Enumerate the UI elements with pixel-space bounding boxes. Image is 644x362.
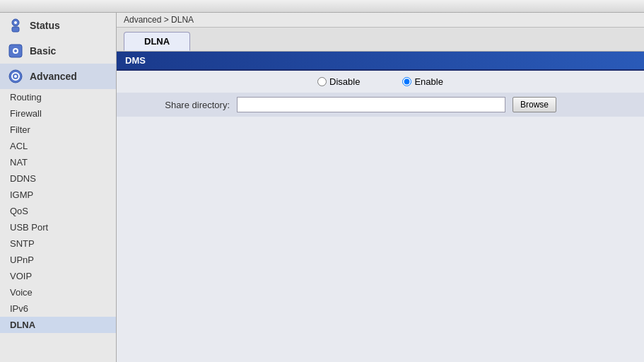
disable-label: Disable xyxy=(329,76,360,87)
breadcrumb: Advanced > DLNA xyxy=(117,13,644,28)
submenu-dlna[interactable]: DLNA xyxy=(0,317,116,333)
submenu-routing[interactable]: Routing xyxy=(0,89,116,105)
submenu-ddns[interactable]: DDNS xyxy=(0,170,116,187)
submenu-voice[interactable]: Voice xyxy=(0,284,116,300)
submenu-acl[interactable]: ACL xyxy=(0,138,116,154)
svg-rect-1 xyxy=(12,27,19,32)
sidebar-item-status[interactable]: Status xyxy=(0,13,116,38)
breadcrumb-text: Advanced > DLNA xyxy=(124,15,194,25)
share-directory-input[interactable] xyxy=(237,97,505,112)
panel-content: DMS Disable Enable Share directory: Brow… xyxy=(117,52,644,362)
sidebar-item-advanced[interactable]: Advanced xyxy=(0,64,116,89)
top-bar xyxy=(0,0,644,13)
submenu-nat[interactable]: NAT xyxy=(0,154,116,170)
share-directory-label: Share directory: xyxy=(131,100,230,110)
enable-option[interactable]: Enable xyxy=(402,76,443,87)
svg-point-2 xyxy=(14,21,17,24)
sidebar-item-basic[interactable]: Basic xyxy=(0,38,116,64)
enable-label: Enable xyxy=(414,76,443,87)
tab-dlna[interactable]: DLNA xyxy=(124,32,190,51)
submenu-qos[interactable]: QoS xyxy=(0,203,116,219)
sidebar-item-advanced-label: Advanced xyxy=(30,71,77,82)
enable-radio[interactable] xyxy=(402,77,411,86)
disable-option[interactable]: Disable xyxy=(317,76,360,87)
status-icon xyxy=(7,17,24,34)
content-area: Advanced > DLNA DLNA DMS Disable Enable xyxy=(117,13,644,362)
share-directory-row: Share directory: Browse xyxy=(117,93,644,117)
disable-radio[interactable] xyxy=(317,77,327,86)
sidebar: Status Basic Advanced Routing Firewall F xyxy=(0,13,117,362)
submenu-ipv6[interactable]: IPv6 xyxy=(0,300,116,317)
sidebar-item-status-label: Status xyxy=(30,20,60,31)
submenu-igmp[interactable]: IGMP xyxy=(0,187,116,203)
basic-icon xyxy=(7,42,24,59)
tab-bar: DLNA xyxy=(117,28,644,52)
submenu: Routing Firewall Filter ACL NAT DDNS IGM… xyxy=(0,89,116,333)
advanced-icon xyxy=(7,68,24,85)
submenu-firewall[interactable]: Firewall xyxy=(0,105,116,122)
submenu-usb-port[interactable]: USB Port xyxy=(0,219,116,235)
svg-point-5 xyxy=(14,49,17,52)
dms-section-header: DMS xyxy=(117,52,644,71)
submenu-sntp[interactable]: SNTP xyxy=(0,235,116,252)
submenu-filter[interactable]: Filter xyxy=(0,122,116,138)
svg-point-8 xyxy=(14,75,17,78)
radio-row: Disable Enable xyxy=(117,71,644,93)
submenu-voip[interactable]: VOIP xyxy=(0,268,116,284)
dms-section-label: DMS xyxy=(125,55,146,66)
main-layout: Status Basic Advanced Routing Firewall F xyxy=(0,13,644,362)
sidebar-item-basic-label: Basic xyxy=(30,45,56,57)
browse-button[interactable]: Browse xyxy=(513,97,556,112)
submenu-upnp[interactable]: UPnP xyxy=(0,252,116,268)
